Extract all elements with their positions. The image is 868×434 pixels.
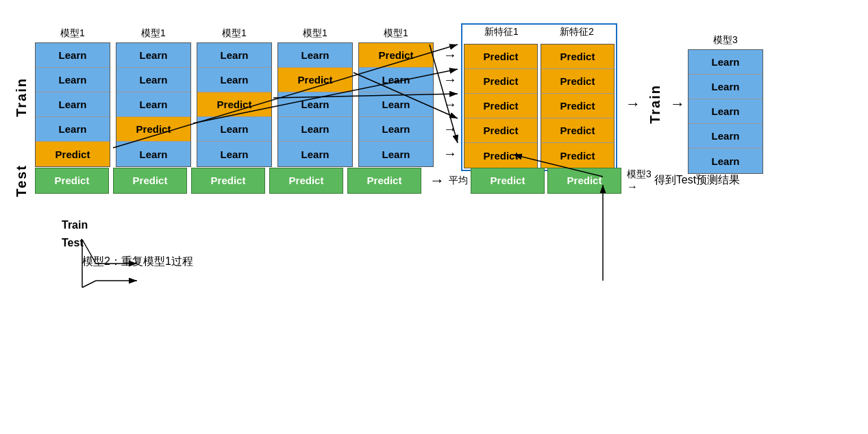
cell-2-5: Learn xyxy=(116,142,190,166)
model3-group: 模型3 Learn Learn Learn Learn Learn xyxy=(688,34,763,174)
cell-1-4: Learn xyxy=(36,117,110,142)
cell-5-5: Learn xyxy=(359,142,433,166)
cell-3-1: Learn xyxy=(197,43,271,68)
m3-1: Learn xyxy=(689,50,762,75)
nf-1-3: Predict xyxy=(464,94,537,118)
test-section: Test Predict Predict Predict Predict Pre… xyxy=(14,164,836,197)
test-predict-5: Predict xyxy=(347,168,421,194)
model-title-4: 模型1 xyxy=(277,27,353,40)
svg-line-11 xyxy=(82,281,96,288)
model-title-2: 模型1 xyxy=(116,27,191,40)
cell-3-2: Learn xyxy=(197,68,271,92)
test-predict-3: Predict xyxy=(191,168,265,194)
model-title-5: 模型1 xyxy=(358,27,434,40)
m3-3: Learn xyxy=(689,99,762,124)
result-text: 得到Test预测结果 xyxy=(654,173,740,188)
train-arrow-right: → Train → xyxy=(625,84,685,124)
test-predict-2: Predict xyxy=(113,168,187,194)
cell-3-5: Learn xyxy=(197,142,271,166)
arrow-5: → xyxy=(443,146,457,162)
model-col-2: Learn Learn Learn Predict Learn xyxy=(116,42,191,167)
cell-4-1: Learn xyxy=(278,43,352,68)
cell-4-5: Learn xyxy=(278,142,352,166)
cell-2-4: Predict xyxy=(116,117,190,142)
main-container: Train 模型1 Learn Learn Learn Learn Predic… xyxy=(7,7,861,427)
model2-desc: 模型2：重复模型1过程 xyxy=(82,255,193,269)
new-feature-titles: 新特征1 新特征2 xyxy=(464,26,615,41)
new-feature-box: 新特征1 新特征2 Predict Predict Predict Predic… xyxy=(461,23,617,171)
model-col-5: Predict Learn Learn Learn Learn xyxy=(358,42,434,167)
arrow-2: → xyxy=(443,72,457,88)
nf-2-3: Predict xyxy=(541,94,614,118)
test-label: Test xyxy=(14,164,29,197)
model-col-3: Learn Learn Predict Learn Learn xyxy=(197,42,272,167)
nf-1-4: Predict xyxy=(464,118,537,143)
nf-2-2: Predict xyxy=(541,69,614,94)
model-group-2: 模型1 Learn Learn Learn Predict Learn xyxy=(116,27,191,167)
test-predict-4: Predict xyxy=(269,168,343,194)
cell-5-3: Learn xyxy=(359,92,433,117)
nf-1-1: Predict xyxy=(464,44,537,69)
train-label: Train xyxy=(14,77,29,117)
nf-1-2: Predict xyxy=(464,69,537,94)
cell-4-2: Predict xyxy=(278,68,352,92)
model-group-4: 模型1 Learn Predict Learn Learn Learn xyxy=(277,27,353,167)
cell-2-3: Learn xyxy=(116,92,190,117)
m3-2: Learn xyxy=(689,75,762,99)
test-predict-1: Predict xyxy=(35,168,109,194)
test-new-predict-2: Predict xyxy=(547,168,621,194)
bottom-labels-row: Train xyxy=(62,219,193,231)
model-group-1: 模型1 Learn Learn Learn Learn Predict xyxy=(35,27,110,167)
test-avg-arrow: → xyxy=(430,172,445,190)
avg-label: 平均 xyxy=(449,175,468,187)
model-title-1: 模型1 xyxy=(35,27,110,40)
model-group-5: 模型1 Predict Learn Learn Learn Learn xyxy=(358,27,434,167)
bottom-train-label: Train xyxy=(62,219,88,231)
model-col-1: Learn Learn Learn Learn Predict xyxy=(35,42,110,167)
train-arrow-icon: → xyxy=(625,95,641,113)
model3-label-test: 模型3 xyxy=(627,168,652,181)
cell-5-4: Learn xyxy=(359,117,433,142)
m3-4: Learn xyxy=(689,124,762,149)
new-feature-title-2: 新特征2 xyxy=(560,26,594,38)
train-section: Train 模型1 Learn Learn Learn Learn Predic… xyxy=(14,21,836,174)
new-feature-col-1: Predict Predict Predict Predict Predict xyxy=(464,44,538,168)
cell-4-3: Learn xyxy=(278,92,352,117)
cell-2-1: Learn xyxy=(116,43,190,68)
new-feature-cols: Predict Predict Predict Predict Predict … xyxy=(464,44,615,168)
bottom-section: Train Test 模型2：重复模型1过程 xyxy=(62,219,193,269)
nf-2-1: Predict xyxy=(541,44,614,69)
cell-1-1: Learn xyxy=(36,43,110,68)
train-arrow-icon2: → xyxy=(670,95,685,113)
bottom-test-label: Test xyxy=(62,237,193,249)
cell-3-3: Predict xyxy=(197,92,271,117)
model-title-3: 模型1 xyxy=(197,27,272,40)
new-feature-col-2: Predict Predict Predict Predict Predict xyxy=(541,44,615,168)
cell-2-2: Learn xyxy=(116,68,190,92)
cell-4-4: Learn xyxy=(278,117,352,142)
arrow-4: → xyxy=(443,121,457,137)
cell-1-3: Learn xyxy=(36,92,110,117)
new-feature-title-1: 新特征1 xyxy=(484,26,519,38)
arrow-1: → xyxy=(443,47,457,63)
test-new-predict-1: Predict xyxy=(471,168,545,194)
model3-col: Learn Learn Learn Learn Learn xyxy=(688,49,763,174)
model3-title: 模型3 xyxy=(688,34,763,47)
cell-1-5: Predict xyxy=(36,142,110,166)
cell-3-4: Learn xyxy=(197,117,271,142)
train-label-right: Train xyxy=(647,84,663,124)
nf-2-4: Predict xyxy=(541,118,614,143)
test-result-arrow: 模型3 → xyxy=(627,168,652,193)
model-group-3: 模型1 Learn Learn Predict Learn Learn xyxy=(197,27,272,167)
cell-1-2: Learn xyxy=(36,68,110,92)
arrow-group: → → → → → xyxy=(443,42,457,166)
arrow-3: → xyxy=(443,97,457,112)
cell-5-1: Predict xyxy=(359,43,433,68)
cell-5-2: Learn xyxy=(359,68,433,92)
model-col-4: Learn Predict Learn Learn Learn xyxy=(277,42,353,167)
